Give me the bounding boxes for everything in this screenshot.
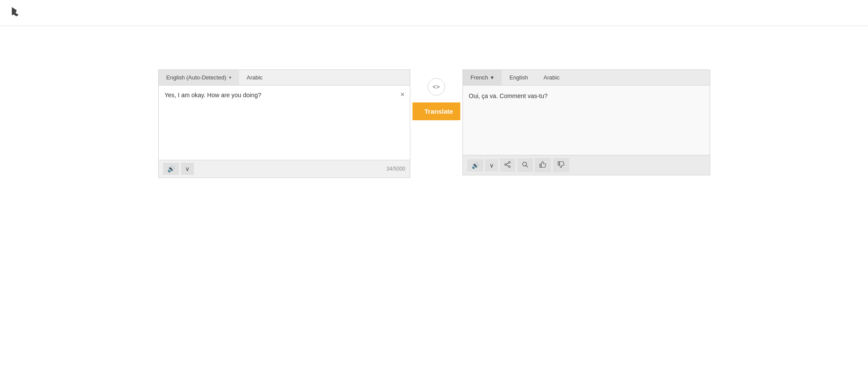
target-tab-english-label: English xyxy=(509,74,528,81)
target-chevron-down-icon: ∨ xyxy=(489,162,494,169)
source-tab-english-auto-label: English (Auto-Detected) xyxy=(166,74,226,81)
swap-button[interactable]: <> xyxy=(428,78,445,95)
target-tab-french[interactable]: French ▾ xyxy=(463,70,502,85)
target-tab-english[interactable]: English xyxy=(502,70,536,85)
swap-icon: <> xyxy=(432,83,439,90)
source-chevron-button[interactable]: ∨ xyxy=(181,163,194,175)
target-share-button[interactable] xyxy=(500,158,515,172)
source-text-area: × xyxy=(159,86,410,160)
target-panel: French ▾ English Arabic Oui, ça va. Comm… xyxy=(462,69,710,175)
svg-point-2 xyxy=(505,164,506,165)
target-text-area: Oui, ça va. Comment vas-tu? xyxy=(463,86,710,155)
target-thumbdown-button[interactable] xyxy=(553,158,569,172)
translated-text: Oui, ça va. Comment vas-tu? xyxy=(469,92,704,101)
target-chevron-button[interactable]: ∨ xyxy=(485,159,498,171)
thumbdown-icon xyxy=(557,161,565,170)
svg-point-0 xyxy=(509,161,510,163)
target-speaker-icon: 🔊 xyxy=(472,162,479,169)
svg-line-6 xyxy=(526,166,528,168)
char-count: 34/5000 xyxy=(386,166,405,172)
target-search-button[interactable] xyxy=(517,158,533,172)
source-lang-tabs: English (Auto-Detected) ▾ Arabic xyxy=(159,70,410,86)
svg-rect-7 xyxy=(540,164,541,168)
target-thumbup-button[interactable] xyxy=(535,158,551,172)
search-icon xyxy=(522,161,529,169)
clear-button[interactable]: × xyxy=(400,91,404,99)
source-footer-left: 🔊 ∨ xyxy=(163,163,194,175)
translate-button[interactable]: Translate xyxy=(412,102,460,120)
target-tab-arabic-label: Arabic xyxy=(544,74,560,81)
thumbup-icon xyxy=(539,161,547,170)
main-content: English (Auto-Detected) ▾ Arabic × 🔊 ∨ 3… xyxy=(0,26,868,178)
source-tab-english-auto[interactable]: English (Auto-Detected) ▾ xyxy=(159,70,239,85)
bing-logo[interactable] xyxy=(9,6,22,20)
target-tab-french-label: French xyxy=(471,74,488,81)
source-speak-button[interactable]: 🔊 xyxy=(163,163,179,175)
source-chevron-down-icon: ∨ xyxy=(185,165,190,172)
target-tab-arabic[interactable]: Arabic xyxy=(536,70,568,85)
svg-line-3 xyxy=(506,163,508,164)
target-speak-button[interactable]: 🔊 xyxy=(467,159,483,171)
target-lang-tabs: French ▾ English Arabic xyxy=(463,70,710,86)
target-tab-french-chevron: ▾ xyxy=(491,74,494,81)
source-panel: English (Auto-Detected) ▾ Arabic × 🔊 ∨ 3… xyxy=(158,69,410,178)
source-speaker-icon: 🔊 xyxy=(167,165,175,172)
source-tab-arabic[interactable]: Arabic xyxy=(239,70,271,85)
source-tab-arabic-label: Arabic xyxy=(247,74,263,81)
header xyxy=(0,0,868,26)
svg-line-4 xyxy=(506,165,508,166)
middle-section: <> Translate xyxy=(410,69,462,120)
target-footer: 🔊 ∨ xyxy=(463,155,710,175)
source-input[interactable] xyxy=(165,92,392,152)
share-icon xyxy=(504,161,511,169)
source-tab-english-chevron: ▾ xyxy=(229,75,231,80)
svg-point-1 xyxy=(509,166,510,168)
svg-rect-8 xyxy=(558,162,559,165)
source-footer: 🔊 ∨ 34/5000 xyxy=(159,160,410,178)
